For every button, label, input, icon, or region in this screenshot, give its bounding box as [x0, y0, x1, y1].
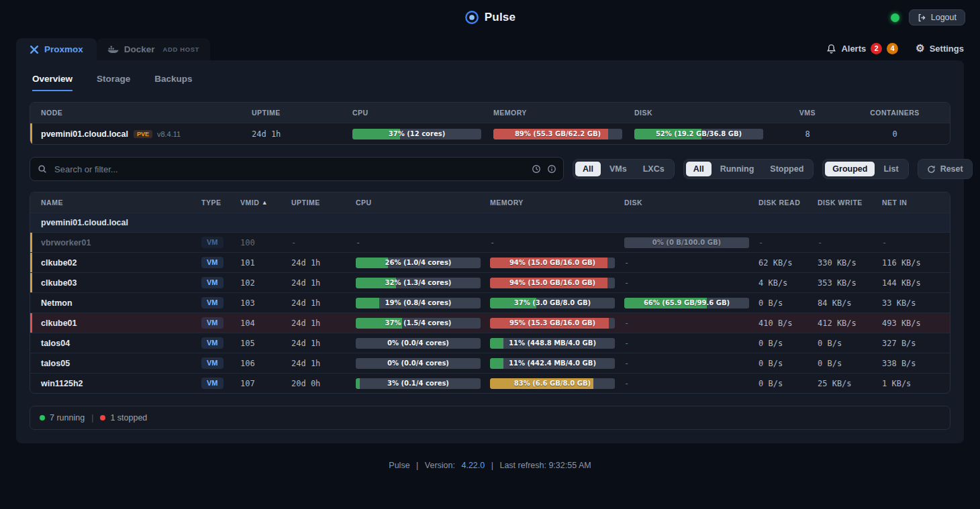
status-filter-all[interactable]: All — [686, 162, 712, 176]
guest-row[interactable]: win1125h2 VM 107 20d 0h 3% (0.1/4 cores)… — [30, 373, 950, 393]
meter-track: 19% (0.8/4 cores) — [356, 298, 481, 308]
tab-storage[interactable]: Storage — [97, 74, 130, 91]
disk-write-cell: 0 B/s — [818, 353, 882, 373]
col-vms: VMS — [775, 103, 840, 123]
guest-row[interactable]: talos05 VM 106 24d 1h 0% (0.0/4 cores) 1… — [30, 353, 950, 373]
col-disk: DISK — [634, 103, 775, 123]
status-filter-running[interactable]: Running — [713, 162, 762, 176]
memory-meter: 37% (3.0 GB/8.0 GB) — [490, 293, 624, 313]
footer-app: Pulse — [389, 461, 409, 470]
guest-row[interactable]: clkube03 VM 102 24d 1h 32% (1.3/4 cores)… — [30, 272, 950, 292]
meter-label: 89% (55.3 GB/62.2 GB) — [493, 129, 622, 139]
col-type[interactable]: TYPE — [201, 192, 240, 213]
disk-meter: 66% (65.9 GB/99.6 GB) — [624, 293, 758, 313]
guest-name-cell: win1125h2 — [30, 374, 201, 393]
guest-row[interactable]: talos04 VM 105 24d 1h 0% (0.0/4 cores) 1… — [30, 333, 950, 353]
running-count: 7 running — [40, 413, 85, 422]
tab-overview[interactable]: Overview — [32, 74, 72, 91]
col-disk-read[interactable]: DISK READ — [758, 192, 818, 213]
uptime-cell: 20d 0h — [291, 374, 356, 393]
guest-type-cell: VM — [201, 253, 240, 272]
disk-write-cell: 412 KB/s — [818, 313, 882, 333]
main-panel: Overview Storage Backups NODE UPTIME CPU… — [16, 60, 964, 443]
footer-version-label: Version: — [425, 461, 455, 470]
meter-label: 94% (15.0 GB/16.0 GB) — [490, 258, 615, 268]
guest-row[interactable]: Netmon VM 103 24d 1h 19% (0.8/4 cores) 3… — [30, 292, 950, 313]
alerts-label: Alerts — [841, 44, 866, 54]
guest-row[interactable]: clkube01 VM 104 24d 1h 37% (1.5/4 cores)… — [30, 313, 950, 333]
memory-meter: 94% (15.0 GB/16.0 GB) — [490, 273, 624, 292]
status-filter-stopped[interactable]: Stopped — [763, 162, 811, 176]
type-filter-lxcs[interactable]: LXCs — [636, 162, 672, 176]
tab-proxmox[interactable]: Proxmox — [16, 38, 97, 60]
settings-button[interactable]: ⚙ Settings — [916, 42, 964, 54]
meter-label: 19% (0.8/4 cores) — [356, 298, 481, 308]
nav-right-controls: Alerts 2 4 ⚙ Settings — [826, 42, 964, 60]
gear-icon: ⚙ — [916, 42, 924, 54]
col-vmid[interactable]: VMID ▲ — [240, 192, 291, 213]
disk-read-cell: 4 KB/s — [758, 273, 818, 292]
alerts-button[interactable]: Alerts 2 4 — [826, 43, 898, 54]
reset-button[interactable]: Reset — [918, 159, 973, 179]
cpu-meter: 37% (1.5/4 cores) — [356, 313, 490, 333]
col-uptime2[interactable]: UPTIME — [291, 192, 356, 213]
group-header: pvemini01.cloud.local — [30, 213, 950, 232]
node-containers-cell: 0 — [840, 123, 950, 144]
col-vmid-label: VMID — [240, 199, 259, 207]
meter-label: 37% (1.5/4 cores) — [356, 318, 481, 329]
app-title: Pulse — [485, 11, 516, 24]
type-filter-vms[interactable]: VMs — [602, 162, 634, 176]
guest-name: talos04 — [41, 339, 70, 348]
view-list[interactable]: List — [876, 162, 905, 176]
guest-name: clkube03 — [41, 278, 77, 288]
search-icon — [38, 164, 47, 176]
net-in-cell: 144 KB/s — [882, 273, 950, 292]
meter-label: 37% (3.0 GB/8.0 GB) — [490, 298, 615, 308]
guest-row[interactable]: vbrworker01 VM 100 - - - 0% (0 B/100.0 G… — [30, 232, 950, 252]
memory-meter: 94% (15.0 GB/16.0 GB) — [490, 253, 624, 272]
pulse-logo-icon — [464, 10, 479, 25]
col-net-in[interactable]: NET IN — [882, 192, 950, 213]
type-filter-all[interactable]: All — [575, 162, 601, 176]
col-memory: MEMORY — [493, 103, 634, 123]
col-memory2[interactable]: MEMORY — [490, 192, 624, 213]
disk-meter: - — [624, 374, 758, 393]
history-icon[interactable] — [532, 164, 541, 174]
col-disk-write[interactable]: DISK WRITE — [818, 192, 882, 213]
logout-button[interactable]: Logout — [909, 9, 965, 25]
guest-type-cell: VM — [201, 374, 240, 393]
col-disk2[interactable]: DISK — [624, 192, 758, 213]
footer-version-link[interactable]: 4.22.0 — [461, 461, 485, 470]
search-input[interactable] — [30, 157, 564, 181]
alerts-critical-badge[interactable]: 2 — [871, 43, 882, 54]
uptime-cell: - — [291, 233, 356, 252]
guest-row[interactable]: clkube02 VM 101 24d 1h 26% (1.0/4 cores)… — [30, 252, 950, 272]
meter-label: 11% (448.8 MB/4.0 GB) — [490, 338, 615, 349]
meter-label: 66% (65.9 GB/99.6 GB) — [624, 298, 749, 308]
logout-label: Logout — [931, 13, 957, 22]
tab-docker[interactable]: Docker ADD HOST — [97, 38, 210, 60]
col-cpu: CPU — [352, 103, 493, 123]
info-icon[interactable] — [547, 164, 556, 174]
disk-write-cell: 0 B/s — [818, 333, 882, 353]
add-host-label[interactable]: ADD HOST — [163, 46, 199, 53]
vmid-cell: 107 — [240, 374, 291, 393]
tab-backups[interactable]: Backups — [154, 74, 192, 91]
col-name[interactable]: NAME — [30, 192, 201, 213]
type-badge: VM — [201, 357, 224, 369]
node-row[interactable]: pvemini01.cloud.local PVE v8.4.11 24d 1h… — [30, 123, 950, 144]
col-node: NODE — [30, 103, 252, 123]
brand: Pulse — [464, 10, 516, 25]
view-grouped[interactable]: Grouped — [825, 162, 875, 176]
type-badge: VM — [201, 237, 224, 248]
status-divider: | — [91, 413, 93, 422]
meter-label: 94% (15.0 GB/16.0 GB) — [490, 278, 615, 288]
meter-track: 0% (0.0/4 cores) — [356, 338, 481, 349]
node-vms-cell: 8 — [775, 123, 840, 144]
meter-track: 26% (1.0/4 cores) — [356, 258, 481, 268]
bell-icon — [826, 44, 836, 54]
guest-name: clkube01 — [41, 319, 77, 328]
col-cpu2[interactable]: CPU — [356, 192, 490, 213]
guest-table: NAME TYPE VMID ▲ UPTIME CPU MEMORY DISK … — [30, 192, 950, 394]
alerts-warning-badge[interactable]: 4 — [887, 43, 898, 54]
